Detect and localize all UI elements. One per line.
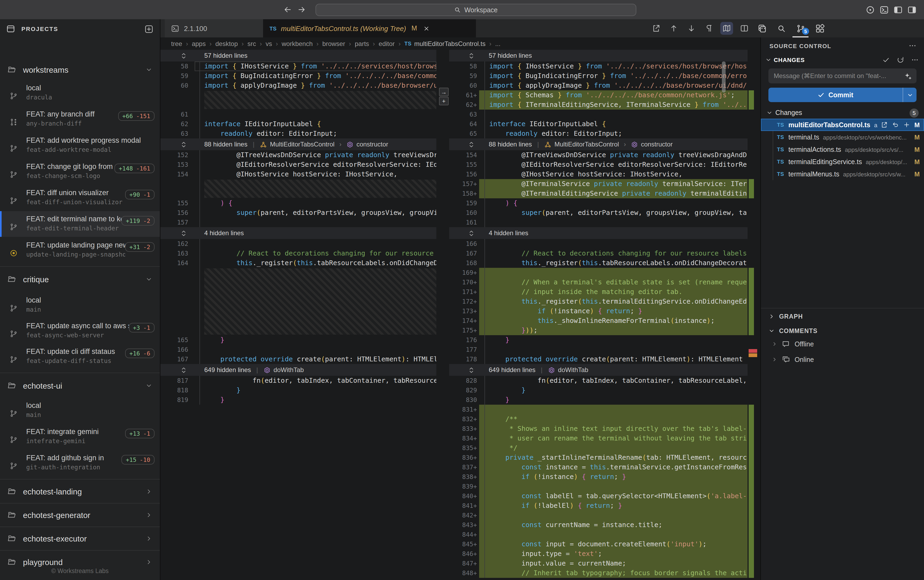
- nav-back-icon[interactable]: [284, 5, 292, 14]
- nav-forward-icon[interactable]: [297, 5, 306, 14]
- panel-right-icon[interactable]: [908, 5, 916, 14]
- graph-section-header[interactable]: GRAPH: [761, 308, 924, 324]
- diff-line[interactable]: 65 readonly editor: EditorInput;: [449, 129, 747, 138]
- changed-file-row[interactable]: TSterminalMenus.tsapps/desktop/src/vs/w.…: [761, 168, 924, 180]
- diff-line[interactable]: 833+ * Shows an inline text input direct…: [449, 424, 747, 433]
- diff-line[interactable]: 167 protected override create(parent: HT…: [160, 354, 436, 364]
- breadcrumb-item[interactable]: editor: [379, 40, 394, 47]
- commit-message-input[interactable]: Message (⌘Enter to commit on "feat-...: [768, 68, 916, 83]
- sidebar-item[interactable]: FEAT: integrate geminiintefrate-gemini+1…: [0, 424, 160, 450]
- diff-line[interactable]: 170+ // When a terminal's editable state…: [449, 277, 747, 287]
- diff-line[interactable]: 156 super(parent, editorPartsView, group…: [160, 208, 436, 218]
- diff-line[interactable]: 169+: [449, 268, 747, 277]
- hidden-lines-bar[interactable]: 88 hidden lines|MultiEditorTabsControl›c…: [449, 138, 747, 150]
- diff-line[interactable]: 831+: [449, 405, 747, 414]
- breadcrumb-item[interactable]: browser: [322, 40, 345, 47]
- sidebar-item[interactable]: FEAT: any branch diffany-branch-diff+66-…: [0, 106, 160, 132]
- diff-line[interactable]: 830 }: [449, 395, 747, 405]
- diff-line[interactable]: 829 }: [449, 386, 747, 395]
- export-icon[interactable]: [650, 22, 663, 35]
- diff-line[interactable]: 167 // React to decorations changing for…: [449, 249, 747, 258]
- workspace-search-input[interactable]: Workspace: [315, 4, 636, 16]
- hidden-lines-bar[interactable]: 649 hidden lines|doWithTab: [449, 364, 747, 376]
- sidebar-item[interactable]: localmain: [0, 292, 160, 318]
- diff-line[interactable]: 818 }: [160, 386, 436, 395]
- diff-line[interactable]: 819 }: [160, 395, 436, 405]
- sidebar-item[interactable]: FEAT: update landing page new uiupdate-l…: [0, 237, 160, 263]
- arrow-up-icon[interactable]: [667, 22, 680, 35]
- sidebar-item[interactable]: FEAT: add worktree progress modalfeat-ad…: [0, 133, 160, 158]
- diff-line[interactable]: 64interface IEditorInputLabel {: [449, 119, 747, 129]
- hidden-lines-bar[interactable]: 57 hidden lines: [160, 50, 436, 61]
- close-icon[interactable]: [424, 25, 429, 31]
- diff-line[interactable]: 166: [449, 239, 747, 249]
- diff-line[interactable]: 817 fn(editor, tabIndex, tabContainer, t…: [160, 376, 436, 386]
- hidden-lines-bar[interactable]: 4 hidden lines: [449, 227, 747, 239]
- diff-line[interactable]: 62+import { ITerminalEditingService, ITe…: [449, 100, 747, 110]
- hidden-lines-bar[interactable]: 4 hidden lines: [160, 227, 436, 239]
- diff-line[interactable]: 832+ /**: [449, 414, 747, 424]
- diff-line[interactable]: 60import { applyDragImage } from '../../…: [160, 81, 436, 91]
- diff-line[interactable]: 155 ) {: [160, 198, 436, 208]
- sidebar-item[interactable]: FEAT: add github sign ingit-auth-integra…: [0, 450, 160, 476]
- diff-pane-modified[interactable]: 57 hidden lines58import { IHostService }…: [449, 50, 747, 578]
- diff-line[interactable]: 842+: [449, 511, 747, 520]
- sidebar-item[interactable]: FEAT: edit terminal name to kee...feat-e…: [0, 211, 160, 237]
- section-header-echotest-executor[interactable]: echotest-executor: [0, 532, 160, 545]
- section-header-critique[interactable]: critique: [0, 273, 160, 285]
- diff-line[interactable]: 836+ private _startInlineTerminalRename(…: [449, 453, 747, 462]
- diff-line[interactable]: 178 protected override create(parent: HT…: [449, 354, 747, 364]
- hidden-lines-bar[interactable]: 649 hidden lines|doWithTab: [160, 364, 436, 376]
- breadcrumb[interactable]: tree›apps›desktop›src›vs›workbench›brows…: [160, 38, 761, 50]
- comments-section-header[interactable]: COMMENTS: [761, 324, 924, 338]
- diff-line[interactable]: 845+ const input = document.createElemen…: [449, 539, 747, 549]
- diff-line[interactable]: 176 }: [449, 335, 747, 345]
- diff-line[interactable]: 152 @ITreeViewsDnDService private readon…: [160, 150, 436, 160]
- diff-line[interactable]: 840+ const labelEl = tab.querySelector<H…: [449, 491, 747, 501]
- diff-line[interactable]: 847+ input.value = currentName;: [449, 559, 747, 568]
- section-header-workstreams[interactable]: workstreams: [0, 63, 160, 76]
- diff-line[interactable]: 846+ input.type = 'text';: [449, 549, 747, 559]
- discard-icon[interactable]: [892, 121, 899, 128]
- files-icon[interactable]: [755, 21, 769, 35]
- diff-line[interactable]: 58import { IHostService } from '../../..…: [160, 61, 436, 71]
- more-icon[interactable]: [909, 42, 916, 50]
- symbol-label[interactable]: doWithTab: [274, 366, 304, 374]
- diff-line[interactable]: 834+ * user can rename the terminal with…: [449, 433, 747, 443]
- diff-line[interactable]: 58import { IHostService } from '../../..…: [449, 61, 747, 71]
- diff-line[interactable]: 61+import { Schemas } from '../../../../…: [449, 91, 747, 100]
- hidden-lines-bar[interactable]: 88 hidden lines|MultiEditorTabsControl›c…: [160, 138, 436, 150]
- export-icon[interactable]: [881, 121, 888, 128]
- panel-left-icon[interactable]: [894, 5, 903, 14]
- comments-item-online[interactable]: Online: [761, 353, 924, 366]
- section-header-echotest-landing[interactable]: echotest-landing: [0, 485, 160, 498]
- diff-line[interactable]: 157+ @ITerminalService private readonly …: [449, 179, 747, 189]
- diff-editor[interactable]: 57 hidden lines58import { IHostService }…: [160, 50, 761, 580]
- diff-line[interactable]: 156 @IHostService hostService: IHostServ…: [449, 170, 747, 179]
- commit-dropdown-button[interactable]: [903, 88, 916, 102]
- breadcrumb-file[interactable]: multiEditorTabsControl.ts: [414, 40, 485, 47]
- diff-line[interactable]: 841+ if (!labelEl) { return; }: [449, 501, 747, 511]
- diff-line[interactable]: 171+ // input inside the matching editor…: [449, 287, 747, 297]
- breadcrumb-item[interactable]: src: [248, 40, 256, 47]
- diff-line[interactable]: 162: [160, 239, 436, 249]
- chevron-down-icon[interactable]: [766, 110, 773, 116]
- symbol-label[interactable]: MultiEditorTabsControl: [270, 141, 335, 148]
- more-icon[interactable]: [911, 56, 919, 64]
- diff-line[interactable]: 164 this._register(this.tabResourceLabel…: [160, 258, 436, 268]
- symbol-label[interactable]: constructor: [356, 141, 388, 148]
- sparkle-icon[interactable]: [904, 72, 912, 80]
- diff-line[interactable]: 163 // React to decorations changing for…: [160, 249, 436, 258]
- diff-line[interactable]: 837+ const instance = this.terminalServi…: [449, 462, 747, 472]
- changed-file-row[interactable]: TSmultiEditorTabsControl.tsap...M: [761, 119, 924, 131]
- arrow-down-icon[interactable]: [685, 22, 698, 35]
- source-control-icon[interactable]: 5: [794, 21, 807, 35]
- diff-line[interactable]: 173+ if (!instance) { return; }: [449, 306, 747, 316]
- diff-line[interactable]: 161: [449, 218, 747, 227]
- diff-line[interactable]: 59import { BugIndicatingError } from '..…: [449, 71, 747, 81]
- changed-file-row[interactable]: TSterminalActions.tsapps/desktop/src/vs/…: [761, 143, 924, 156]
- symbol-label[interactable]: doWithTab: [558, 366, 588, 374]
- diff-line[interactable]: 838+ if (!instance) { return; }: [449, 472, 747, 482]
- diff-line[interactable]: 175+ }));: [449, 326, 747, 335]
- refresh-icon[interactable]: [897, 56, 904, 64]
